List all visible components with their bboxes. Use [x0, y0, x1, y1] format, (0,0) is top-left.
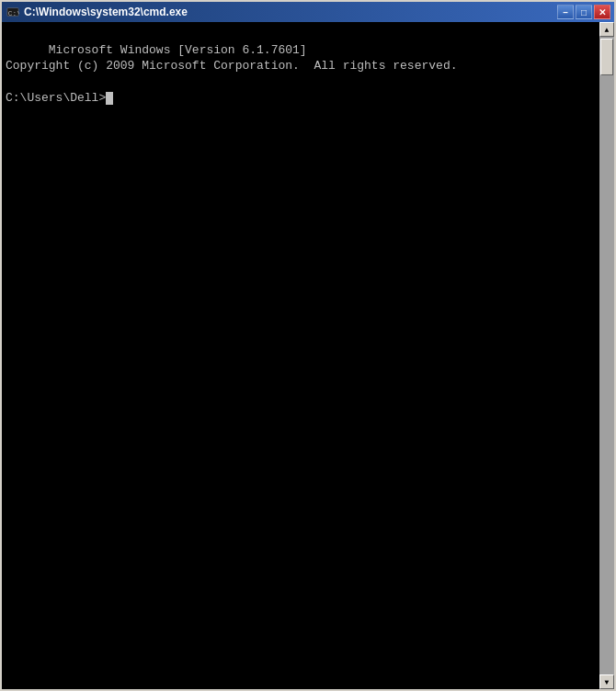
console-prompt: C:\Users\Dell> [6, 91, 106, 105]
close-button[interactable]: ✕ [594, 5, 610, 19]
console-line2: Copyright (c) 2009 Microsoft Corporation… [6, 59, 457, 73]
minimize-button[interactable]: – [557, 5, 574, 19]
window-body: Microsoft Windows [Version 6.1.7601] Cop… [2, 22, 614, 689]
titlebar-buttons: – □ ✕ [557, 5, 610, 19]
titlebar-left: C:\ C:\Windows\system32\cmd.exe [6, 5, 188, 19]
cmd-window: C:\ C:\Windows\system32\cmd.exe – □ ✕ Mi… [0, 0, 616, 691]
svg-text:C:\: C:\ [8, 9, 19, 17]
console-area[interactable]: Microsoft Windows [Version 6.1.7601] Cop… [2, 22, 599, 689]
scrollbar-thumb[interactable] [600, 39, 613, 75]
cmd-icon: C:\ [6, 5, 20, 19]
maximize-button[interactable]: □ [576, 5, 592, 19]
scroll-down-button[interactable]: ▼ [599, 674, 614, 689]
titlebar: C:\ C:\Windows\system32\cmd.exe – □ ✕ [2, 2, 614, 22]
scrollbar-track[interactable] [599, 37, 614, 674]
window-title: C:\Windows\system32\cmd.exe [24, 6, 188, 18]
scroll-up-button[interactable]: ▲ [599, 22, 614, 37]
console-line1: Microsoft Windows [Version 6.1.7601] [49, 43, 307, 57]
cursor [106, 92, 113, 105]
scrollbar: ▲ ▼ [599, 22, 614, 689]
